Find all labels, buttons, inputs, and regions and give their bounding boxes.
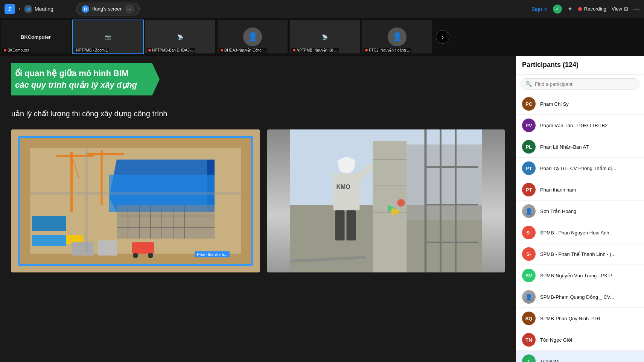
minimize-button[interactable]: —	[633, 6, 639, 12]
thumb-dhda3[interactable]: 👤 ĐHDA3-Nguyễn Công ...	[217, 20, 288, 54]
participant-name-pl: Phan Lê Nhân-Ban AT	[540, 144, 638, 150]
presentation-area: ối quan hệ giữa mô hình BIM các quy trìn…	[0, 56, 516, 362]
thumb-nptpmb-ban[interactable]: 📡 NPTPMB-Ban ĐHDA3-...	[145, 20, 216, 54]
view-button[interactable]: View ⊞	[612, 6, 628, 12]
avatar-spmb4: 👤	[522, 290, 536, 304]
screen-share-tab[interactable]: H Hung's screen ···	[76, 3, 140, 15]
strip-next-button[interactable]: ›	[436, 30, 449, 44]
participant-name-spmb1: SPMB - Phan Nguyen Hoai Anh	[540, 230, 638, 236]
thumb-label-ke: NPTPMB_Nguyễn Kê ...	[291, 48, 339, 53]
participant-item-spmb3[interactable]: SV SPMB-Nguyễn Văn Trung - PKT/...	[516, 265, 644, 286]
thumb-label-bk: BKComputer	[2, 48, 30, 53]
participant-item-son[interactable]: 👤 Sơn Trần Hoàng	[516, 201, 644, 222]
chevron-button[interactable]: ›	[17, 6, 22, 12]
thumb-nptpmb-zoom1[interactable]: 📷 NPTPMB - Zoom 1	[72, 20, 144, 54]
svg-point-23	[148, 253, 153, 258]
banner-line1: ối quan hệ giữa mô hình BIM	[15, 68, 137, 79]
participant-item-tn[interactable]: TN Tôn Ngọc Giới	[516, 329, 644, 351]
participants-panel: Participants (124) 🔍 PC Pham Chi Sy PV P…	[516, 56, 644, 362]
svg-point-46	[338, 158, 356, 166]
sign-in-button[interactable]: Sign in	[531, 6, 548, 12]
panel-header: Participants (124)	[516, 56, 644, 75]
svg-rect-49	[335, 210, 345, 240]
banner-line2: các quy trình quản lý xây dựng	[15, 79, 137, 91]
avatar-pt1: PT	[522, 161, 536, 175]
thumb-bkcomputer[interactable]: BKComputer BKComputer	[0, 20, 72, 54]
participant-item-pt1[interactable]: PT Phan Tạ Tú - CV Phòng Thẩm đị...	[516, 158, 644, 179]
search-box[interactable]: 🔍	[521, 78, 639, 90]
participant-name-son: Sơn Trần Hoàng	[540, 208, 638, 214]
participant-name-tuandm: TuanDM	[540, 359, 638, 362]
thumb-label-zoom1: NPTPMB - Zoom 1	[75, 48, 109, 53]
svg-rect-26	[32, 235, 66, 246]
thumb-label-ban: NPTPMB-Ban ĐHDA3-...	[147, 48, 195, 53]
participant-list: PC Pham Chi Sy PV Phạm Văn Tân - PGĐ TTĐ…	[516, 93, 644, 362]
phan-label: Phan thanh na...	[195, 251, 230, 257]
screen-share-label: Hung's screen	[91, 6, 123, 12]
svg-point-44	[397, 199, 405, 207]
participant-item-tuandm[interactable]: T TuanDM	[516, 351, 644, 362]
screen-share-badge: H	[82, 5, 89, 13]
construction-photo: KMO	[267, 129, 505, 272]
banner-arrow: ối quan hệ giữa mô hình BIM các quy trìn…	[11, 63, 160, 96]
meeting-label: 👥 Meeting	[24, 5, 53, 13]
screen-share-more-button[interactable]: ···	[125, 5, 134, 14]
thumb-ptc2[interactable]: 👤 PTC2_Nguyễn Hoàng ...	[361, 20, 433, 54]
participant-item-pl[interactable]: PL Phan Lê Nhân-Ban AT	[516, 136, 644, 158]
avatar-tuandm: T	[522, 354, 536, 362]
svg-rect-25	[32, 216, 66, 231]
recording-dot	[578, 7, 582, 11]
search-icon: 🔍	[525, 81, 532, 87]
top-bar-left: Z › 👥 Meeting	[5, 4, 72, 14]
participant-item-spmb1[interactable]: S- SPMB - Phan Nguyen Hoai Anh	[516, 222, 644, 243]
participant-item-spmb4[interactable]: 👤 SPMB-Phạm Quang Đồng _ CV...	[516, 286, 644, 308]
participant-name-pc: Pham Chi Sy	[540, 101, 638, 107]
zoom-logo: Z	[5, 4, 15, 14]
meeting-icon: 👥	[24, 5, 32, 13]
avatar-sq: SQ	[522, 312, 536, 325]
avatar-pl: PL	[522, 140, 536, 154]
participant-item-spmb2[interactable]: S- SPMB - Phan Thế Thanh Linh - (...	[516, 243, 644, 265]
svg-rect-27	[72, 242, 94, 256]
top-bar: Z › 👥 Meeting H Hung's screen ··· Sign i…	[0, 0, 644, 18]
avatar-son: 👤	[522, 204, 536, 218]
search-input[interactable]	[535, 81, 635, 87]
thumb-nguyen-ke[interactable]: 📡 NPTPMB_Nguyễn Kê ...	[289, 20, 361, 54]
subtitle-text: uản lý chất lượng thi công xây dựng công…	[11, 109, 505, 118]
svg-rect-37	[407, 144, 482, 220]
avatar-spmb3: SV	[522, 269, 536, 282]
participant-name-spmb4: SPMB-Phạm Quang Đồng _ CV...	[540, 294, 638, 300]
svg-rect-47	[333, 173, 360, 210]
thumb-label-ptc2: PTC2_Nguyễn Hoàng ...	[364, 48, 411, 53]
svg-rect-50	[347, 210, 356, 240]
top-bar-right: Sign in ✓ ✦ Recording View ⊞ —	[531, 5, 639, 14]
participants-strip: BKComputer BKComputer 📷 NPTPMB - Zoom 1 …	[0, 18, 644, 56]
meeting-text: Meeting	[35, 6, 53, 12]
recording-indicator: Recording	[578, 6, 606, 12]
avatar-pt2: PT	[522, 183, 536, 196]
avatar-pv: PV	[522, 119, 536, 132]
avatar-tn: TN	[522, 333, 536, 347]
participant-name-pt1: Phan Tạ Tú - CV Phòng Thẩm đị...	[540, 166, 638, 171]
avatar-spmb2: S-	[522, 247, 536, 261]
svg-text:KMO: KMO	[336, 184, 350, 190]
avatar-initials: PC	[525, 101, 532, 107]
star-icon[interactable]: ✦	[567, 5, 573, 13]
participant-name-pv: Phạm Văn Tân - PGĐ TTĐTB2	[540, 123, 638, 128]
participant-name-tn: Tôn Ngọc Giới	[540, 337, 638, 343]
participant-name-pt2: Phan thanh nam	[540, 187, 638, 193]
view-grid-icon: ⊞	[624, 6, 628, 12]
participant-item-sq[interactable]: SQ SPMB-Phan Quý Ninh-PTĐ	[516, 308, 644, 329]
main-area: ối quan hệ giữa mô hình BIM các quy trìn…	[0, 56, 644, 362]
participant-item-pt2[interactable]: PT Phan thanh nam	[516, 179, 644, 201]
avatar-pc: PC	[522, 97, 536, 111]
bim-model-image: Phan thanh na...	[11, 129, 260, 272]
avatar-spmb1: S-	[522, 226, 536, 239]
images-row: Phan thanh na...	[11, 129, 505, 272]
participant-name-spmb3: SPMB-Nguyễn Văn Trung - PKT/...	[540, 273, 638, 278]
svg-point-22	[133, 253, 138, 258]
participant-item-pv[interactable]: PV Phạm Văn Tân - PGĐ TTĐTB2	[516, 115, 644, 136]
svg-rect-21	[132, 242, 154, 254]
participant-item-pc[interactable]: PC Pham Chi Sy	[516, 93, 644, 115]
thumb-label-dhda3: ĐHDA3-Nguyễn Công ...	[219, 48, 267, 53]
